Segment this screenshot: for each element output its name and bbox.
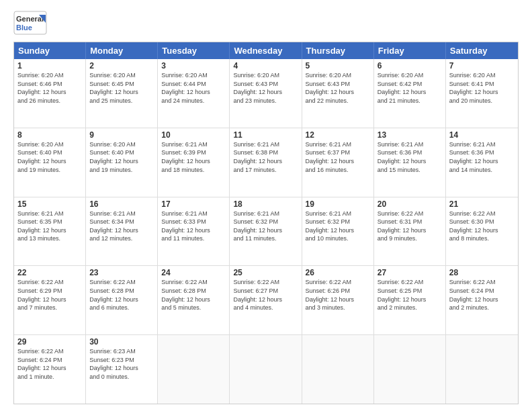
cell-info: Sunrise: 6:21 AMSunset: 6:33 PMDaylight:… (161, 210, 226, 243)
calendar-cell-27: 27Sunrise: 6:22 AMSunset: 6:25 PMDayligh… (374, 266, 446, 334)
day-number: 5 (306, 61, 370, 71)
cell-info: Sunrise: 6:20 AMSunset: 6:46 PMDaylight:… (17, 71, 82, 105)
calendar-cell-8: 8Sunrise: 6:20 AMSunset: 6:40 PMDaylight… (14, 128, 86, 197)
day-number: 1 (17, 61, 82, 71)
day-number: 2 (89, 61, 154, 71)
day-number: 10 (161, 130, 226, 140)
calendar-cell-21: 21Sunrise: 6:22 AMSunset: 6:30 PMDayligh… (446, 197, 518, 266)
cell-info: Sunrise: 6:21 AMSunset: 6:32 PMDaylight:… (306, 210, 370, 243)
cell-info: Sunrise: 6:20 AMSunset: 6:41 PMDaylight:… (449, 71, 515, 105)
calendar-cell-16: 16Sunrise: 6:21 AMSunset: 6:34 PMDayligh… (86, 197, 158, 266)
logo-icon: GeneralBlue (13, 11, 47, 35)
day-number: 12 (306, 130, 370, 140)
calendar-cell-23: 23Sunrise: 6:22 AMSunset: 6:28 PMDayligh… (86, 266, 158, 334)
calendar-cell-28: 28Sunrise: 6:22 AMSunset: 6:24 PMDayligh… (446, 266, 518, 334)
calendar-cell-3: 3Sunrise: 6:20 AMSunset: 6:44 PMDaylight… (158, 59, 230, 128)
day-number: 16 (89, 199, 154, 209)
cell-info: Sunrise: 6:21 AMSunset: 6:38 PMDaylight:… (233, 140, 298, 174)
calendar-body: 1Sunrise: 6:20 AMSunset: 6:46 PMDaylight… (14, 59, 518, 404)
day-number: 26 (306, 268, 370, 277)
header-day-tuesday: Tuesday (158, 42, 230, 59)
calendar-cell-empty (302, 335, 374, 404)
cell-info: Sunrise: 6:20 AMSunset: 6:45 PMDaylight:… (89, 71, 154, 105)
day-number: 8 (17, 130, 82, 140)
calendar-cell-4: 4Sunrise: 6:20 AMSunset: 6:43 PMDaylight… (230, 59, 302, 128)
header-day-saturday: Saturday (446, 42, 518, 59)
cell-info: Sunrise: 6:20 AMSunset: 6:42 PMDaylight:… (378, 71, 442, 105)
calendar-cell-22: 22Sunrise: 6:22 AMSunset: 6:29 PMDayligh… (14, 266, 86, 334)
day-number: 25 (233, 268, 298, 277)
day-number: 7 (449, 61, 515, 71)
cell-info: Sunrise: 6:20 AMSunset: 6:43 PMDaylight:… (233, 71, 298, 105)
calendar-cell-24: 24Sunrise: 6:22 AMSunset: 6:28 PMDayligh… (158, 266, 230, 334)
day-number: 19 (306, 199, 370, 209)
day-number: 24 (161, 268, 226, 277)
day-number: 14 (449, 130, 515, 140)
cell-info: Sunrise: 6:22 AMSunset: 6:29 PMDaylight:… (17, 278, 82, 312)
calendar-cell-29: 29Sunrise: 6:22 AMSunset: 6:24 PMDayligh… (14, 335, 86, 404)
calendar-cell-18: 18Sunrise: 6:21 AMSunset: 6:32 PMDayligh… (230, 197, 302, 266)
day-number: 28 (449, 268, 515, 277)
day-number: 17 (161, 199, 226, 209)
calendar-cell-12: 12Sunrise: 6:21 AMSunset: 6:37 PMDayligh… (302, 128, 374, 197)
cell-info: Sunrise: 6:22 AMSunset: 6:24 PMDaylight:… (17, 347, 82, 381)
header-day-sunday: Sunday (14, 42, 86, 59)
calendar-cell-20: 20Sunrise: 6:22 AMSunset: 6:31 PMDayligh… (374, 197, 446, 266)
calendar-cell-14: 14Sunrise: 6:21 AMSunset: 6:36 PMDayligh… (446, 128, 518, 197)
day-number: 30 (89, 337, 154, 347)
calendar-cell-9: 9Sunrise: 6:20 AMSunset: 6:40 PMDaylight… (86, 128, 158, 197)
calendar: SundayMondayTuesdayWednesdayThursdayFrid… (13, 42, 519, 404)
day-number: 20 (378, 199, 442, 209)
calendar-header: SundayMondayTuesdayWednesdayThursdayFrid… (14, 42, 518, 59)
header-day-wednesday: Wednesday (230, 42, 302, 59)
logo: GeneralBlue (13, 11, 47, 35)
header-day-friday: Friday (374, 42, 446, 59)
cell-info: Sunrise: 6:21 AMSunset: 6:39 PMDaylight:… (161, 140, 226, 174)
day-number: 18 (233, 199, 298, 209)
calendar-row-2: 8Sunrise: 6:20 AMSunset: 6:40 PMDaylight… (14, 128, 518, 197)
cell-info: Sunrise: 6:21 AMSunset: 6:36 PMDaylight:… (449, 140, 515, 174)
cell-info: Sunrise: 6:21 AMSunset: 6:34 PMDaylight:… (89, 210, 154, 243)
cell-info: Sunrise: 6:21 AMSunset: 6:35 PMDaylight:… (17, 210, 82, 243)
day-number: 4 (233, 61, 298, 71)
calendar-cell-26: 26Sunrise: 6:22 AMSunset: 6:26 PMDayligh… (302, 266, 374, 334)
calendar-cell-2: 2Sunrise: 6:20 AMSunset: 6:45 PMDaylight… (86, 59, 158, 128)
cell-info: Sunrise: 6:22 AMSunset: 6:25 PMDaylight:… (378, 278, 442, 312)
day-number: 22 (17, 268, 82, 277)
cell-info: Sunrise: 6:20 AMSunset: 6:40 PMDaylight:… (89, 140, 154, 174)
calendar-row-5: 29Sunrise: 6:22 AMSunset: 6:24 PMDayligh… (14, 335, 518, 404)
day-number: 29 (17, 337, 82, 347)
calendar-cell-1: 1Sunrise: 6:20 AMSunset: 6:46 PMDaylight… (14, 59, 86, 128)
calendar-cell-6: 6Sunrise: 6:20 AMSunset: 6:42 PMDaylight… (374, 59, 446, 128)
calendar-cell-17: 17Sunrise: 6:21 AMSunset: 6:33 PMDayligh… (158, 197, 230, 266)
calendar-cell-5: 5Sunrise: 6:20 AMSunset: 6:43 PMDaylight… (302, 59, 374, 128)
cell-info: Sunrise: 6:23 AMSunset: 6:23 PMDaylight:… (89, 347, 154, 381)
cell-info: Sunrise: 6:22 AMSunset: 6:24 PMDaylight:… (449, 278, 515, 312)
header-day-thursday: Thursday (302, 42, 374, 59)
day-number: 3 (161, 61, 226, 71)
day-number: 6 (378, 61, 442, 71)
cell-info: Sunrise: 6:21 AMSunset: 6:32 PMDaylight:… (233, 210, 298, 243)
day-number: 21 (449, 199, 515, 209)
svg-text:Blue: Blue (16, 24, 32, 32)
calendar-row-4: 22Sunrise: 6:22 AMSunset: 6:29 PMDayligh… (14, 266, 518, 335)
cell-info: Sunrise: 6:21 AMSunset: 6:36 PMDaylight:… (378, 140, 442, 174)
day-number: 15 (17, 199, 82, 209)
day-number: 23 (89, 268, 154, 277)
calendar-cell-empty (374, 335, 446, 404)
cell-info: Sunrise: 6:22 AMSunset: 6:28 PMDaylight:… (89, 278, 154, 312)
cell-info: Sunrise: 6:20 AMSunset: 6:40 PMDaylight:… (17, 140, 82, 174)
day-number: 9 (89, 130, 154, 140)
calendar-row-1: 1Sunrise: 6:20 AMSunset: 6:46 PMDaylight… (14, 59, 518, 128)
day-number: 13 (378, 130, 442, 140)
calendar-cell-30: 30Sunrise: 6:23 AMSunset: 6:23 PMDayligh… (86, 335, 158, 404)
cell-info: Sunrise: 6:22 AMSunset: 6:28 PMDaylight:… (161, 278, 226, 312)
svg-text:General: General (16, 15, 44, 23)
calendar-row-3: 15Sunrise: 6:21 AMSunset: 6:35 PMDayligh… (14, 197, 518, 267)
cell-info: Sunrise: 6:20 AMSunset: 6:44 PMDaylight:… (161, 71, 226, 105)
cell-info: Sunrise: 6:22 AMSunset: 6:31 PMDaylight:… (378, 210, 442, 243)
calendar-cell-13: 13Sunrise: 6:21 AMSunset: 6:36 PMDayligh… (374, 128, 446, 197)
calendar-cell-empty (446, 335, 518, 404)
main-container: GeneralBlue SundayMondayTuesdayWednesday… (0, 0, 532, 411)
page-header: GeneralBlue (13, 11, 519, 35)
